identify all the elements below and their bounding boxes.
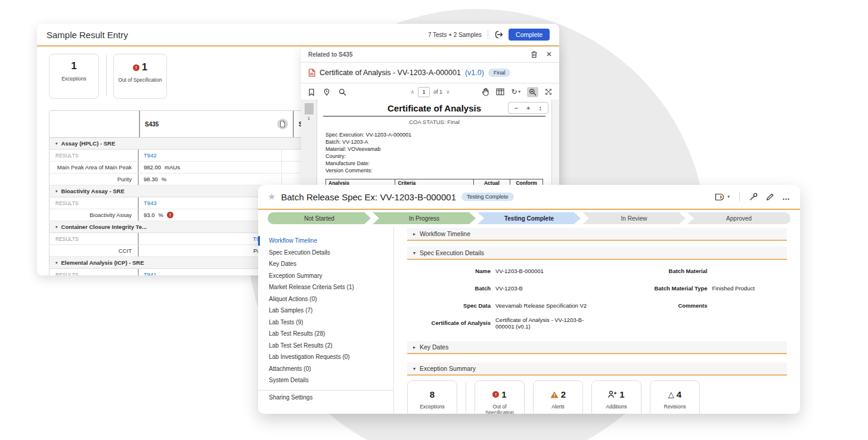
related-panel-title: Related to S435 bbox=[308, 51, 352, 58]
expand-icon[interactable] bbox=[545, 88, 552, 95]
certificate-of-analysis-link[interactable]: Certificate of Analysis - VV-1203-B-0000… bbox=[495, 317, 597, 330]
caret-right-icon: ▸ bbox=[413, 231, 416, 237]
out-of-spec-card[interactable]: ! 1 Out of Specification bbox=[475, 380, 525, 414]
results-label: RESULTS bbox=[49, 150, 139, 161]
coa-field-material: Material: VOVeevamab bbox=[326, 145, 551, 153]
section-header-spec-execution-details[interactable]: ▾ Spec Execution Details bbox=[407, 247, 787, 260]
batch-link[interactable]: VV-1203-B bbox=[495, 285, 523, 292]
fit-height-icon[interactable]: ↕ bbox=[539, 104, 542, 111]
screenshot-canvas: Sample Result Entry 7 Tests + 2 Samples … bbox=[0, 0, 868, 440]
empty-field bbox=[597, 314, 788, 331]
next-page-icon[interactable]: ∨ bbox=[446, 89, 450, 95]
oos-label: Out of Specification bbox=[475, 404, 524, 414]
thumbnail-grid-icon[interactable] bbox=[496, 88, 504, 95]
more-actions-icon[interactable]: … bbox=[782, 193, 790, 202]
additions-card[interactable]: 1 Additions bbox=[591, 380, 641, 414]
cards-divider bbox=[466, 382, 466, 414]
zoom-in-icon[interactable]: + bbox=[526, 104, 530, 111]
card-divider bbox=[106, 55, 107, 97]
result-label: Purity bbox=[49, 173, 139, 185]
sidebar-divider bbox=[258, 390, 393, 391]
edit-pencil-icon[interactable] bbox=[766, 193, 774, 201]
result-unit: % bbox=[162, 176, 166, 182]
sidebar-item-lab-samples[interactable]: Lab Samples (7) bbox=[258, 305, 393, 317]
sidebar-item-exception-summary[interactable]: Exception Summary bbox=[258, 270, 393, 282]
sidebar-item-lab-investigation-requests[interactable]: Lab Investigation Requests (0) bbox=[258, 351, 393, 363]
sidebar-item-key-dates[interactable]: Key Dates bbox=[258, 258, 393, 270]
related-documents-panel: Related to S435 ✕ Certificate of Analysi… bbox=[301, 47, 559, 187]
section-label: Bioactivity Assay - SRE bbox=[61, 188, 125, 194]
test-link-t942[interactable]: T942 bbox=[144, 152, 157, 159]
bookmark-icon[interactable] bbox=[308, 88, 315, 96]
stage-testing-complete[interactable]: Testing Complete bbox=[478, 212, 581, 224]
annotation-pin-icon[interactable] bbox=[323, 88, 330, 96]
section-header-workflow-timeline[interactable]: ▸ Workflow Timeline bbox=[407, 228, 787, 241]
exceptions-card[interactable]: 8 Exceptions bbox=[407, 380, 457, 414]
sidebar-item-aliquot-actions[interactable]: Aliquot Actions (0) bbox=[258, 293, 393, 305]
zoom-mode-icon[interactable] bbox=[527, 87, 538, 97]
page-number-input[interactable] bbox=[418, 87, 430, 97]
oos-label: Out of Specification bbox=[114, 77, 166, 83]
section-header-exception-summary[interactable]: ▾ Exception Summary bbox=[407, 362, 787, 376]
trash-icon[interactable] bbox=[531, 51, 538, 58]
stage-in-progress[interactable]: In Progress bbox=[373, 212, 476, 224]
favorite-star-icon[interactable]: ★ bbox=[268, 191, 275, 202]
section-label: Assay (HPLC) - SRE bbox=[61, 140, 116, 147]
lifecycle-state-badge: Testing Complete bbox=[461, 193, 514, 201]
result-value: 98.30 bbox=[144, 176, 158, 182]
record-main-content: ▸ Workflow Timeline ▾ Spec Execution Det… bbox=[394, 227, 800, 414]
exceptions-label: Exceptions bbox=[49, 76, 98, 82]
sidebar-item-system-details[interactable]: System Details bbox=[258, 374, 393, 386]
document-version[interactable]: (v1.0) bbox=[465, 69, 484, 77]
test-link-t941[interactable]: T941 bbox=[144, 271, 157, 275]
warning-triangle-icon bbox=[550, 391, 559, 398]
pdf-viewer-body: 1 − + ↕ Certificate of Analysis COA STAT… bbox=[301, 100, 559, 187]
caret-right-icon: ▸ bbox=[413, 345, 416, 350]
tools-wrench-icon[interactable] bbox=[749, 193, 758, 201]
sample-s435-header[interactable]: S435 bbox=[140, 111, 294, 137]
test-link-t943[interactable]: T943 bbox=[144, 200, 157, 206]
oos-count: 1 bbox=[142, 61, 147, 73]
caret-down-icon: ▾ bbox=[55, 141, 58, 146]
revisions-count: 4 bbox=[677, 389, 681, 399]
additions-label: Additions bbox=[592, 404, 641, 410]
stage-approved[interactable]: Approved bbox=[687, 212, 790, 224]
revisions-card[interactable]: △ 4 Revisions bbox=[650, 380, 700, 414]
batch-material-type-value: Finished Product bbox=[712, 285, 755, 292]
zoom-out-icon[interactable]: − bbox=[514, 104, 518, 111]
sidebar-item-market-release-criteria-sets[interactable]: Market Release Criteria Sets (1) bbox=[258, 281, 393, 293]
sidebar-item-lab-test-results[interactable]: Lab Test Results (28) bbox=[258, 328, 393, 340]
rotate-caret-icon: ▾ bbox=[518, 89, 520, 94]
workflow-actions-button[interactable]: ▾ bbox=[715, 193, 730, 201]
sidebar-item-workflow-timeline[interactable]: Workflow Timeline bbox=[258, 235, 393, 247]
section-header-key-dates[interactable]: ▸ Key Dates bbox=[407, 341, 787, 354]
document-title[interactable]: Certificate of Analysis - VV-1203-A-0000… bbox=[320, 69, 461, 77]
name-label: Name bbox=[407, 268, 495, 274]
record-title: Batch Release Spec Ex: VV-1203-B-000001 bbox=[281, 192, 456, 202]
rotate-icon[interactable]: ↻ ▾ bbox=[511, 88, 520, 95]
stage-not-started[interactable]: Not Started bbox=[268, 212, 371, 224]
oos-flag-icon[interactable]: ! bbox=[167, 212, 173, 218]
document-attached-icon[interactable] bbox=[277, 119, 288, 129]
result-label: CCIT bbox=[49, 245, 139, 256]
pan-hand-icon[interactable] bbox=[482, 88, 489, 96]
search-icon[interactable] bbox=[339, 88, 346, 96]
sidebar-item-lab-tests[interactable]: Lab Tests (9) bbox=[258, 317, 393, 329]
previous-page-icon[interactable]: ∧ bbox=[410, 89, 414, 95]
workflow-caret-icon: ▾ bbox=[727, 194, 730, 199]
alerts-card[interactable]: 2 Alerts bbox=[533, 380, 583, 414]
complete-button[interactable]: Complete bbox=[509, 29, 550, 41]
page-thumbnail[interactable] bbox=[305, 103, 314, 114]
close-icon[interactable]: ✕ bbox=[546, 50, 552, 58]
caret-down-icon: ▾ bbox=[413, 250, 416, 256]
coa-field-spec-execution: Spec Execution: VV-1203-A-000001 bbox=[326, 131, 551, 138]
sidebar-item-spec-execution-details[interactable]: Spec Execution Details bbox=[258, 247, 393, 259]
lifecycle-stepper: Not Started In Progress Testing Complete… bbox=[268, 212, 790, 224]
stage-in-review[interactable]: In Review bbox=[582, 212, 686, 224]
spec-data-link[interactable]: Veevamab Release Specification V2 bbox=[495, 302, 587, 309]
coa-field-version-comments: Version Comments: bbox=[326, 167, 551, 174]
export-icon[interactable] bbox=[494, 30, 504, 39]
sidebar-item-lab-test-set-results[interactable]: Lab Test Set Results (2) bbox=[258, 340, 393, 352]
sidebar-item-attachments[interactable]: Attachments (0) bbox=[258, 363, 393, 375]
sidebar-item-sharing-settings[interactable]: Sharing Settings bbox=[258, 392, 393, 404]
